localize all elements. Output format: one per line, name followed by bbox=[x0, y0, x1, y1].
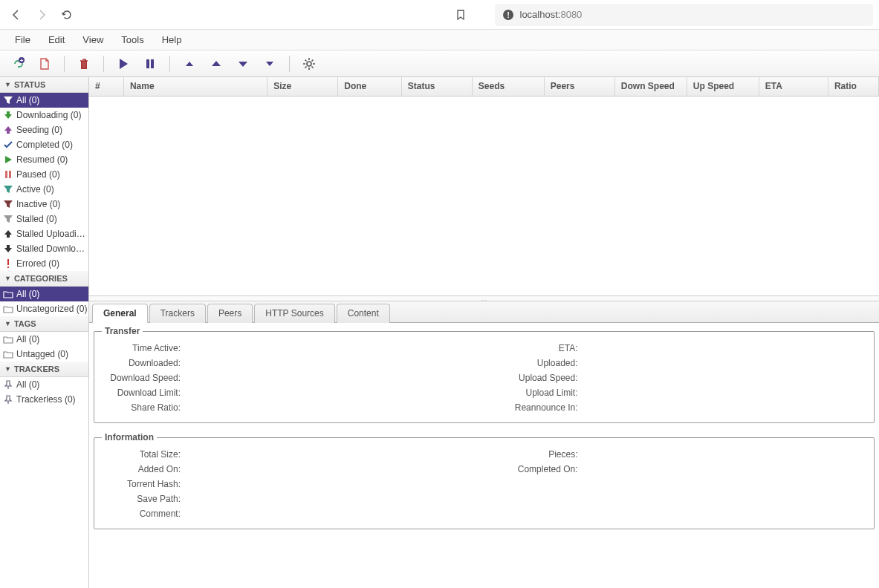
url-text: localhost:8080 bbox=[520, 9, 583, 20]
sidebar-item[interactable]: All (0) bbox=[0, 377, 88, 392]
settings-button[interactable] bbox=[297, 53, 321, 74]
column-header[interactable]: Status bbox=[402, 77, 473, 96]
bookmark-button[interactable] bbox=[450, 4, 471, 25]
sidebar-item[interactable]: Trackerless (0) bbox=[0, 392, 88, 407]
info-value bbox=[184, 491, 470, 506]
column-header[interactable]: Down Speed bbox=[615, 77, 687, 96]
info-label: Upload Speed: bbox=[470, 370, 581, 385]
sidebar-item[interactable]: Completed (0) bbox=[0, 137, 88, 152]
resume-button[interactable] bbox=[111, 53, 135, 74]
pin-icon bbox=[3, 394, 13, 405]
detail-tabs: GeneralTrackersPeersHTTP SourcesContent bbox=[89, 301, 879, 323]
info-label: Pieces: bbox=[470, 447, 581, 462]
info-value bbox=[581, 477, 867, 491]
move-bottom-button[interactable] bbox=[258, 53, 282, 74]
sidebar-item[interactable]: All (0) bbox=[0, 287, 88, 301]
tab-content[interactable]: Content bbox=[337, 304, 390, 323]
column-header[interactable]: ETA bbox=[759, 77, 828, 96]
sidebar-item[interactable]: Paused (0) bbox=[0, 167, 88, 182]
info-label bbox=[470, 506, 581, 521]
info-value bbox=[184, 341, 470, 356]
column-header[interactable]: Done bbox=[338, 77, 401, 96]
back-button[interactable] bbox=[6, 4, 27, 25]
info-value bbox=[184, 385, 470, 400]
forward-button[interactable] bbox=[31, 4, 52, 25]
torrent-list[interactable] bbox=[89, 97, 879, 295]
transfer-legend: Transfer bbox=[102, 326, 143, 336]
sidebar-item-label: All (0) bbox=[16, 379, 39, 390]
sidebar-item[interactable]: Inactive (0) bbox=[0, 197, 88, 212]
column-header[interactable]: # bbox=[89, 77, 124, 96]
menu-help[interactable]: Help bbox=[153, 31, 191, 48]
delete-button[interactable] bbox=[72, 53, 96, 74]
pause-button[interactable] bbox=[138, 53, 162, 74]
folder-icon bbox=[3, 304, 13, 314]
sidebar-header-tags[interactable]: ▼TAGS bbox=[0, 316, 88, 332]
svg-rect-5 bbox=[151, 59, 154, 68]
info-label: Download Limit: bbox=[102, 385, 184, 400]
sidebar-item[interactable]: All (0) bbox=[0, 332, 88, 347]
sidebar-item[interactable]: Stalled Downlo… bbox=[0, 241, 88, 256]
column-header[interactable]: Ratio bbox=[828, 77, 879, 96]
sidebar-item[interactable]: Resumed (0) bbox=[0, 152, 88, 167]
column-header[interactable]: Up Speed bbox=[687, 77, 759, 96]
tab-peers[interactable]: Peers bbox=[207, 304, 253, 323]
sidebar-item[interactable]: Uncategorized (0) bbox=[0, 301, 88, 316]
svg-rect-7 bbox=[5, 171, 7, 178]
sidebar-header-categories[interactable]: ▼CATEGORIES bbox=[0, 271, 88, 287]
reload-button[interactable] bbox=[56, 4, 77, 25]
info-value bbox=[184, 356, 470, 370]
sidebar-header-status[interactable]: ▼STATUS bbox=[0, 77, 88, 93]
column-header[interactable]: Name bbox=[124, 77, 267, 96]
column-header[interactable]: Peers bbox=[545, 77, 615, 96]
info-value bbox=[581, 356, 867, 370]
info-value bbox=[581, 506, 867, 521]
address-bar[interactable]: ! localhost:8080 bbox=[495, 4, 874, 26]
menu-edit[interactable]: Edit bbox=[39, 31, 74, 48]
sidebar-item-label: All (0) bbox=[16, 95, 39, 105]
splitter[interactable]: … bbox=[89, 295, 879, 301]
svg-rect-9 bbox=[7, 259, 9, 265]
add-link-button[interactable]: + bbox=[6, 53, 30, 74]
filter-yellow-icon bbox=[3, 95, 13, 105]
arrow-down-green-icon bbox=[3, 110, 13, 120]
move-top-button[interactable] bbox=[178, 53, 201, 74]
sidebar-item-label: All (0) bbox=[16, 334, 39, 344]
sidebar-item[interactable]: Stalled (0) bbox=[0, 212, 88, 226]
menu-file[interactable]: File bbox=[6, 31, 39, 48]
sidebar-item[interactable]: Stalled Uploadi… bbox=[0, 226, 88, 241]
sidebar-item[interactable]: Active (0) bbox=[0, 182, 88, 197]
svg-text:+: + bbox=[20, 57, 24, 64]
svg-rect-10 bbox=[7, 267, 9, 268]
tab-trackers[interactable]: Trackers bbox=[149, 304, 206, 323]
sidebar-item[interactable]: Seeding (0) bbox=[0, 122, 88, 137]
sidebar-item[interactable]: Untagged (0) bbox=[0, 347, 88, 362]
info-value bbox=[581, 400, 867, 415]
table-header: #NameSizeDoneStatusSeedsPeersDown SpeedU… bbox=[89, 77, 879, 97]
info-label: Reannounce In: bbox=[470, 400, 581, 415]
menu-view[interactable]: View bbox=[74, 31, 112, 48]
menu-tools[interactable]: Tools bbox=[112, 31, 152, 48]
sidebar-item-label: Stalled Uploadi… bbox=[16, 229, 85, 239]
sidebar-header-trackers[interactable]: ▼TRACKERS bbox=[0, 362, 88, 377]
add-file-button[interactable] bbox=[33, 53, 56, 74]
sidebar-item-label: Completed (0) bbox=[16, 140, 73, 150]
tab-http-sources[interactable]: HTTP Sources bbox=[254, 304, 334, 323]
sidebar-item[interactable]: Downloading (0) bbox=[0, 108, 88, 122]
arrow-up-black-icon bbox=[3, 229, 13, 239]
info-value bbox=[184, 477, 470, 491]
info-label: ETA: bbox=[470, 341, 581, 356]
bang-red-icon bbox=[3, 258, 13, 269]
filter-teal-icon bbox=[3, 184, 13, 195]
sidebar-item[interactable]: Errored (0) bbox=[0, 256, 88, 271]
column-header[interactable]: Seeds bbox=[473, 77, 545, 96]
sidebar-item[interactable]: All (0) bbox=[0, 93, 88, 108]
toolbar: + bbox=[0, 50, 879, 77]
tab-general[interactable]: General bbox=[92, 304, 148, 323]
move-down-button[interactable] bbox=[231, 53, 255, 74]
browser-toolbar: ! localhost:8080 bbox=[0, 0, 879, 30]
column-header[interactable]: Size bbox=[267, 77, 338, 96]
info-label: Torrent Hash: bbox=[102, 477, 184, 491]
move-up-button[interactable] bbox=[204, 53, 228, 74]
info-value bbox=[581, 370, 867, 385]
